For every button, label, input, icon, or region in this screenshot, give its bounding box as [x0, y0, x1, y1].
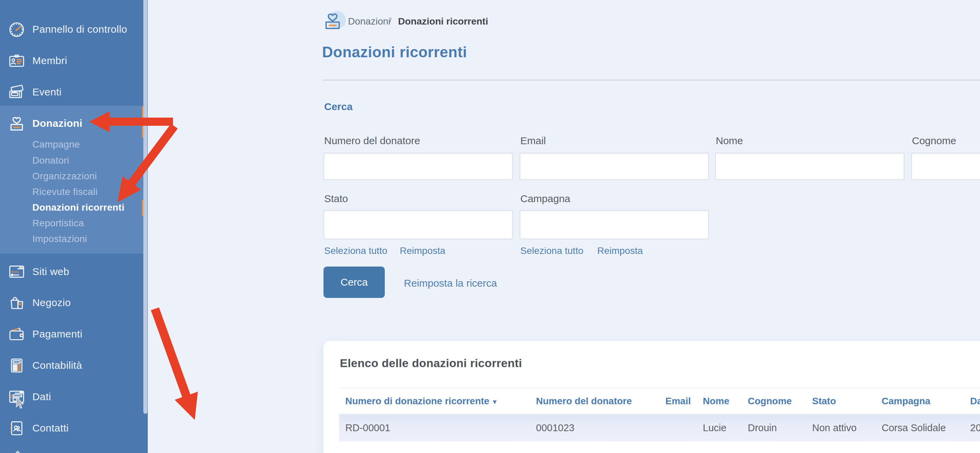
- sidebar-subitem-donatori[interactable]: Donatori: [32, 155, 69, 166]
- column-header-first-name[interactable]: Nome: [703, 388, 729, 414]
- campaign-multiselect[interactable]: [520, 210, 709, 239]
- cell-recurring-donation-number: RD-00001: [345, 414, 390, 442]
- sidebar-item-label: Contatti: [32, 422, 69, 434]
- column-header-recurring-donation-number[interactable]: Numero di donazione ricorrente▾: [345, 388, 496, 414]
- sidebar-item-label: Siti web: [32, 266, 69, 278]
- search-button[interactable]: Cerca: [323, 266, 385, 298]
- wallet-icon: [8, 325, 26, 343]
- column-header-donor-number[interactable]: Numero del donatore: [536, 388, 632, 414]
- donor-number-input[interactable]: [323, 153, 513, 180]
- browser-www-icon: www: [8, 262, 26, 281]
- sidebar-item-label: Negozio: [32, 297, 71, 308]
- browser-cursor-icon: [8, 388, 26, 406]
- column-header-email[interactable]: Email: [665, 388, 691, 414]
- column-header-status[interactable]: Stato: [812, 388, 836, 414]
- main-content: Donazioni / Donazioni ricorrenti Donazio…: [148, 0, 980, 453]
- sidebar-subitem-reportistica[interactable]: Reportistica: [32, 218, 84, 229]
- cell-last-name: Drouin: [748, 414, 777, 442]
- calculator-icon: [8, 356, 26, 375]
- page-title: Donazioni ricorrenti: [322, 44, 467, 61]
- title-divider: [323, 80, 980, 81]
- sidebar-item-donations[interactable]: Donazioni: [0, 114, 144, 133]
- reset-search-link[interactable]: Reimposta la ricerca: [404, 278, 497, 289]
- sidebar-subitem-impostazioni[interactable]: Impostazioni: [32, 233, 87, 244]
- sidebar-subitem-campagne[interactable]: Campagne: [32, 139, 80, 150]
- breadcrumb-separator: /: [389, 16, 391, 27]
- shopping-bag-icon: [8, 293, 26, 312]
- tickets-icon: [8, 83, 26, 101]
- breadcrumb-current: Donazioni ricorrenti: [398, 16, 488, 27]
- results-card: Elenco delle donazioni ricorrenti Numero…: [323, 341, 980, 453]
- recurring-donations-table: Numero di donazione ricorrente▾ Numero d…: [339, 388, 980, 442]
- campaign-reset-link[interactable]: Reimposta: [597, 246, 643, 256]
- first-name-input[interactable]: [715, 153, 904, 180]
- sidebar-subitem-organizzazioni[interactable]: Organizzazioni: [32, 171, 97, 182]
- status-reset-link[interactable]: Reimposta: [400, 246, 445, 256]
- status-multiselect[interactable]: [323, 210, 513, 239]
- email-input[interactable]: [520, 153, 709, 180]
- cell-campaign: Corsa Solidale: [881, 414, 946, 442]
- last-name-input[interactable]: [911, 153, 980, 180]
- status-select-all-link[interactable]: Seleziona tutto: [324, 246, 387, 256]
- donation-box-icon: [8, 114, 26, 132]
- table-row[interactable]: RD-00001 0001023 Lucie Drouin Non attivo…: [339, 414, 980, 442]
- sidebar-item-members[interactable]: Membri: [0, 51, 144, 70]
- sidebar-subitem-ricevute-fiscali[interactable]: Ricevute fiscali: [32, 187, 98, 197]
- search-section-heading: Cerca: [324, 101, 352, 112]
- field-label-last-name: Cognome: [912, 135, 956, 147]
- sidebar-subitem-donazioni-ricorrenti[interactable]: Donazioni ricorrenti: [32, 202, 124, 213]
- cell-first-name: Lucie: [703, 414, 726, 442]
- sidebar-item-label: Contabilità: [32, 360, 82, 371]
- column-header-campaign[interactable]: Campagna: [881, 388, 930, 414]
- field-label-first-name: Nome: [716, 135, 743, 147]
- sidebar-item-events[interactable]: Eventi: [0, 83, 144, 102]
- field-label-donor-number: Numero del donatore: [324, 135, 420, 147]
- partial-bottom-icon: [9, 449, 27, 453]
- sidebar-item-label: Dati: [32, 391, 51, 402]
- sidebar-item-label: Membri: [32, 55, 67, 67]
- table-header-row: Numero di donazione ricorrente▾ Numero d…: [339, 388, 980, 414]
- sidebar-item-accounting[interactable]: Contabilità: [0, 356, 144, 375]
- sort-desc-icon: ▾: [493, 397, 496, 406]
- sidebar-scrollbar[interactable]: [143, 0, 148, 414]
- svg-text:www: www: [11, 270, 19, 274]
- address-book-icon: [8, 419, 26, 437]
- sidebar-item-label: Donazioni: [32, 118, 83, 129]
- cell-created-at: 2023-12-19 16:14:32: [970, 414, 980, 442]
- gauge-icon: [8, 20, 26, 38]
- field-label-email: Email: [520, 135, 546, 147]
- results-card-title: Elenco delle donazioni ricorrenti: [340, 357, 522, 370]
- sidebar-item-shop[interactable]: Negozio: [0, 293, 144, 312]
- field-label-campaign: Campagna: [520, 193, 570, 204]
- campaign-select-all-link[interactable]: Seleziona tutto: [520, 246, 583, 256]
- sidebar-item-data[interactable]: Dati: [0, 387, 144, 406]
- donation-box-icon: [323, 10, 346, 32]
- sidebar: Pannello di controllo Membri Ev: [0, 0, 148, 453]
- sidebar-item-label: Eventi: [32, 86, 62, 98]
- breadcrumb-section[interactable]: Donazioni: [348, 16, 391, 27]
- sidebar-item-websites[interactable]: www Siti web: [0, 262, 144, 281]
- column-header-last-name[interactable]: Cognome: [748, 388, 792, 414]
- id-card-icon: [8, 51, 26, 70]
- cell-status: Non attivo: [812, 414, 857, 442]
- sidebar-item-payments[interactable]: Pagamenti: [0, 324, 144, 344]
- sidebar-item-dashboard[interactable]: Pannello di controllo: [0, 20, 144, 39]
- column-header-created-at[interactable]: Data di creazione: [970, 388, 980, 414]
- cell-donor-number: 0001023: [536, 414, 574, 442]
- sidebar-item-contacts[interactable]: Contatti: [0, 419, 144, 438]
- sidebar-item-label: Pagamenti: [32, 328, 83, 340]
- sidebar-item-label: Pannello di controllo: [32, 24, 127, 35]
- field-label-status: Stato: [324, 193, 348, 204]
